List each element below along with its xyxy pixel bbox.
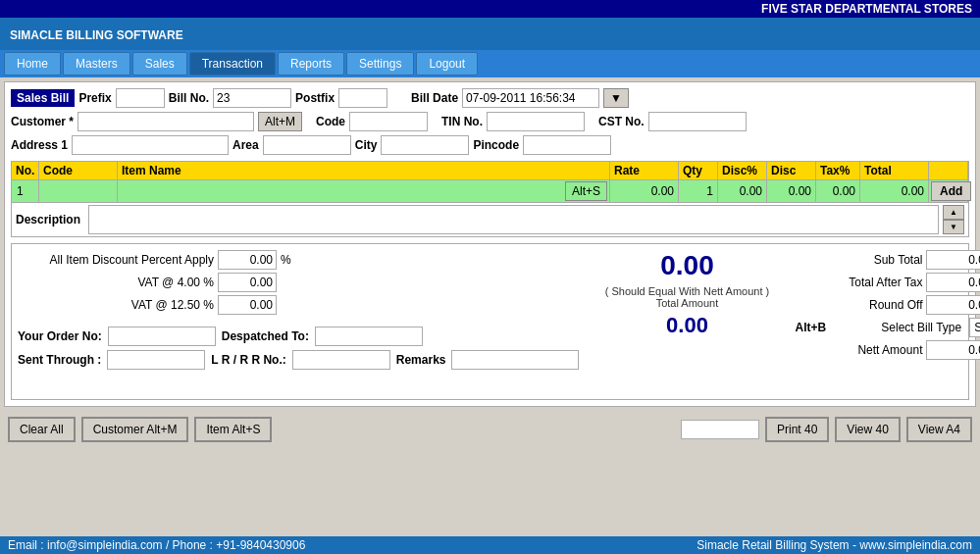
customer-altm-bottom-btn[interactable]: Customer Alt+M [81, 417, 189, 442]
lrrno-input[interactable] [292, 350, 390, 370]
sentthrough-label: Sent Through : [18, 353, 101, 367]
totalaftertax-input[interactable] [926, 273, 980, 292]
th-tax: Tax% [816, 162, 860, 179]
row-tax-input[interactable] [818, 181, 858, 201]
address-row: Address 1 Area City Pincode [11, 135, 969, 155]
city-label: City [355, 138, 378, 152]
bottom-search-input[interactable] [681, 420, 759, 439]
view40-btn[interactable]: View 40 [835, 417, 900, 442]
vat2-row: VAT @ 12.50 % [18, 295, 579, 315]
address1-label: Address 1 [11, 138, 68, 152]
row-disc-pct-input[interactable] [720, 181, 765, 201]
description-textarea[interactable] [88, 205, 939, 234]
viewa4-btn[interactable]: View A4 [906, 417, 972, 442]
app-title: SIMACLE BILLING SOFTWARE [0, 18, 980, 50]
footer-bar: Email : info@simpleindia.com / Phone : +… [0, 536, 980, 554]
billno-input[interactable] [213, 88, 291, 108]
billdate-input[interactable] [462, 88, 599, 108]
row-disc-input[interactable] [769, 181, 814, 201]
roundoff-input[interactable] [926, 295, 980, 315]
billdate-label: Bill Date [411, 91, 458, 105]
th-action [929, 162, 968, 179]
tinno-label: TIN No. [441, 115, 483, 128]
cstno-input[interactable] [648, 112, 747, 131]
code-input[interactable] [349, 112, 428, 131]
row-qty-input[interactable] [681, 181, 716, 201]
print40-btn[interactable]: Print 40 [765, 417, 829, 442]
totals-section: All Item Discount Percent Apply % VAT @ … [11, 243, 969, 400]
customer-input[interactable] [77, 112, 254, 131]
remarks-input[interactable] [451, 350, 579, 370]
main-content: Sales Bill Prefix Bill No. Postfix Bill … [4, 81, 976, 407]
row-code-input[interactable] [41, 181, 116, 201]
totalaftertax-label: Total After Tax [795, 276, 922, 289]
alts-btn[interactable]: Alt+S [565, 181, 607, 201]
menu-transaction[interactable]: Transaction [189, 52, 276, 76]
customer-label: Customer * [11, 115, 74, 128]
despatchedto-input[interactable] [315, 327, 423, 346]
row-add: Add [929, 180, 968, 202]
menu-masters[interactable]: Masters [63, 52, 130, 76]
row-no-input[interactable] [14, 181, 37, 201]
menu-sales[interactable]: Sales [132, 52, 187, 76]
nettamount-input[interactable] [926, 340, 980, 360]
address1-input[interactable] [72, 135, 229, 155]
discount-pct: % [281, 253, 291, 267]
totals-right: Sub Total Total After Tax Round Off Alt+… [795, 250, 980, 393]
prefix-input[interactable] [116, 88, 165, 108]
add-row-btn[interactable]: Add [931, 181, 971, 201]
row-rate-input[interactable] [612, 181, 677, 201]
altb-label: Alt+B [795, 321, 826, 334]
menu-settings[interactable]: Settings [346, 52, 414, 76]
cstno-label: CST No. [598, 115, 645, 128]
remarks-label: Remarks [396, 353, 446, 367]
bill-header-row: Sales Bill Prefix Bill No. Postfix Bill … [11, 88, 969, 108]
subtotal-row: Sub Total [795, 250, 980, 270]
clearall-btn[interactable]: Clear All [8, 417, 76, 442]
area-input[interactable] [263, 135, 351, 155]
sentthrough-input[interactable] [107, 350, 205, 370]
pincode-input[interactable] [523, 135, 611, 155]
row-total-input[interactable] [862, 181, 927, 201]
yourorderno-label: Your Order No: [18, 329, 102, 343]
description-label: Description [16, 213, 80, 227]
store-name: FIVE STAR DEPARTMENTAL STORES [761, 2, 972, 16]
table-header: No. Code Item Name Rate Qty Disc% Disc T… [11, 161, 969, 180]
scroll-up-btn[interactable]: ▲ [943, 205, 964, 220]
scroll-down-btn[interactable]: ▼ [943, 220, 964, 234]
yourorderno-input[interactable] [108, 327, 216, 346]
vat2-label: VAT @ 12.50 % [18, 298, 214, 312]
city-input[interactable] [381, 135, 469, 155]
vat1-input[interactable] [218, 273, 277, 292]
selectbilltype-label: Select Bill Type [834, 321, 961, 334]
vat2-input[interactable] [218, 295, 277, 315]
item-alts-btn[interactable]: Item Alt+S [194, 417, 272, 442]
tinno-input[interactable] [487, 112, 585, 131]
sales-bill-label: Sales Bill [11, 89, 75, 107]
vat1-row: VAT @ 4.00 % [18, 273, 579, 292]
selectbilltype-select[interactable]: SELECT BILL TYPE [969, 318, 980, 337]
customer-altm-btn[interactable]: Alt+M [258, 112, 302, 131]
row-disc [767, 180, 816, 202]
vat1-label: VAT @ 4.00 % [18, 276, 214, 289]
sent-row: Sent Through : L R / R R No.: Remarks [18, 350, 579, 370]
should-equal-label: ( Should Equal With Nett Amount ) Total … [598, 285, 775, 309]
roundoff-label: Round Off [795, 298, 922, 312]
menu-home[interactable]: Home [4, 52, 61, 76]
all-discount-input[interactable] [218, 250, 277, 270]
subtotal-label: Sub Total [795, 253, 922, 267]
roundoff-row: Round Off [795, 295, 980, 315]
menu-logout[interactable]: Logout [416, 52, 478, 76]
big-amount: 0.00 [598, 250, 775, 281]
footer-right: Simacle Retail Billing System - www.simp… [696, 538, 972, 552]
calendar-btn[interactable]: ▼ [603, 88, 629, 108]
th-disc: Disc [767, 162, 816, 179]
nettamount-label: Nett Amount [795, 343, 922, 357]
subtotal-input[interactable] [926, 250, 980, 270]
row-rate [610, 180, 679, 202]
menu-reports[interactable]: Reports [278, 52, 344, 76]
row-itemname-input[interactable] [120, 181, 561, 201]
postfix-input[interactable] [338, 88, 387, 108]
totals-center: 0.00 ( Should Equal With Nett Amount ) T… [598, 250, 775, 393]
footer-left: Email : info@simpleindia.com / Phone : +… [8, 538, 305, 552]
